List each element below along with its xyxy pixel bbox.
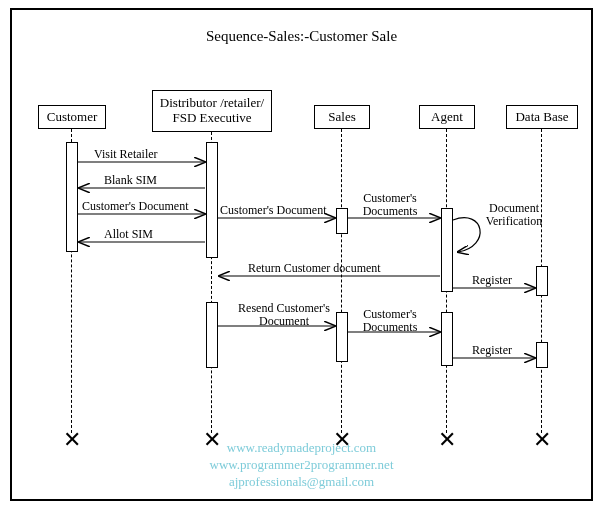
activation-sales-1 bbox=[336, 208, 348, 234]
message-label: Document Verification bbox=[474, 202, 554, 228]
message-label: Customer's Document bbox=[82, 200, 188, 213]
message-arrows bbox=[12, 10, 591, 499]
watermark-line: ajprofessionals@gmail.com bbox=[12, 474, 591, 491]
message-label: Allot SIM bbox=[104, 228, 153, 241]
message-label: Return Customer document bbox=[248, 262, 381, 275]
activation-customer bbox=[66, 142, 78, 252]
message-label: Visit Retailer bbox=[94, 148, 158, 161]
participant-label: Sales bbox=[328, 110, 355, 125]
watermark: www.readymadeproject.com www.programmer2… bbox=[12, 440, 591, 491]
message-label: Register bbox=[472, 274, 512, 287]
message-label: Customer's Documents bbox=[350, 192, 430, 218]
message-label: Customer's Documents bbox=[350, 308, 430, 334]
participant-label: Agent bbox=[431, 110, 463, 125]
activation-db-2 bbox=[536, 342, 548, 368]
watermark-line: www.programmer2programmer.net bbox=[12, 457, 591, 474]
participant-agent: Agent bbox=[419, 105, 475, 129]
activation-retailer-1 bbox=[206, 142, 218, 258]
message-label: Register bbox=[472, 344, 512, 357]
diagram-title: Sequence-Sales:-Customer Sale bbox=[12, 28, 591, 45]
participant-label: Data Base bbox=[515, 110, 568, 125]
activation-db-1 bbox=[536, 266, 548, 296]
activation-agent-2 bbox=[441, 312, 453, 366]
message-label: Customer's Document bbox=[220, 204, 326, 217]
activation-retailer-2 bbox=[206, 302, 218, 368]
lifeline-sales bbox=[341, 129, 342, 433]
participant-database: Data Base bbox=[506, 105, 578, 129]
participant-retailer: Distributor /retailer/ FSD Executive bbox=[152, 90, 272, 132]
message-label: Resend Customer's Document bbox=[224, 302, 344, 328]
participant-sales: Sales bbox=[314, 105, 370, 129]
watermark-line: www.readymadeproject.com bbox=[12, 440, 591, 457]
message-label: Blank SIM bbox=[104, 174, 157, 187]
diagram-frame: Sequence-Sales:-Customer Sale Customer D… bbox=[10, 8, 593, 501]
activation-agent-1 bbox=[441, 208, 453, 292]
participant-label: Distributor /retailer/ FSD Executive bbox=[160, 96, 264, 126]
participant-label: Customer bbox=[47, 110, 98, 125]
participant-customer: Customer bbox=[38, 105, 106, 129]
